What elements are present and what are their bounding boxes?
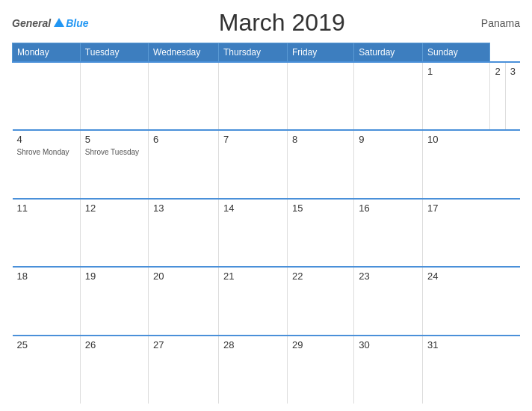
table-row: 3 <box>505 62 520 130</box>
table-row <box>287 62 353 130</box>
day-number: 17 <box>427 203 486 214</box>
table-row: 2 <box>490 62 505 130</box>
table-row: 18 <box>13 267 81 335</box>
calendar-week-row: 123 <box>13 62 521 130</box>
day-number: 7 <box>223 134 282 145</box>
day-number: 28 <box>223 339 282 350</box>
day-number: 25 <box>17 339 75 350</box>
logo-triangle-icon <box>54 18 64 27</box>
empty-day <box>149 62 219 130</box>
table-row: 15 <box>287 199 353 267</box>
table-row: 23 <box>354 267 423 335</box>
event-label: Shrove Monday <box>17 148 69 156</box>
day-number: 12 <box>85 203 143 214</box>
table-row: 20 <box>149 267 219 335</box>
table-row: 7 <box>219 130 288 198</box>
calendar-week-row: 4Shrove Monday5Shrove Tuesday678910 <box>13 130 521 198</box>
table-row: 6 <box>149 130 219 198</box>
header-sunday: Sunday <box>422 43 490 63</box>
calendar-week-row: 25262728293031 <box>13 336 521 404</box>
day-number: 24 <box>427 271 486 282</box>
table-row: 27 <box>149 336 219 404</box>
header-saturday: Saturday <box>354 43 423 63</box>
day-number: 15 <box>292 203 349 214</box>
table-row: 5Shrove Tuesday <box>80 130 148 198</box>
event-label: Shrove Tuesday <box>85 148 139 156</box>
table-row: 8 <box>287 130 353 198</box>
table-row: 17 <box>422 199 490 267</box>
day-number: 2 <box>495 66 500 77</box>
logo: General Blue <box>12 17 88 29</box>
calendar-week-row: 18192021222324 <box>13 267 521 335</box>
day-number: 19 <box>85 271 143 282</box>
table-row: 30 <box>354 336 423 404</box>
table-row <box>219 62 288 130</box>
table-row: 22 <box>287 267 353 335</box>
header-tuesday: Tuesday <box>80 43 148 63</box>
month-title: March 2019 <box>88 9 475 37</box>
day-number: 5 <box>85 134 143 145</box>
logo-blue: Blue <box>66 17 88 29</box>
table-row: 9 <box>354 130 423 198</box>
empty-day <box>80 62 148 130</box>
table-row: 1 <box>422 62 490 130</box>
logo-general: General <box>12 17 51 29</box>
table-row: 10 <box>422 130 490 198</box>
day-number: 27 <box>153 339 214 350</box>
table-row: 26 <box>80 336 148 404</box>
day-number: 3 <box>510 66 516 77</box>
table-row: 16 <box>354 199 423 267</box>
day-number: 29 <box>292 339 349 350</box>
table-row: 14 <box>219 199 288 267</box>
header-thursday: Thursday <box>219 43 288 63</box>
day-number: 20 <box>153 271 214 282</box>
table-row <box>354 62 423 130</box>
day-number: 14 <box>223 203 282 214</box>
day-number: 23 <box>359 271 418 282</box>
day-number: 8 <box>292 134 349 145</box>
country-label: Panama <box>475 17 520 29</box>
header: General Blue March 2019 Panama <box>12 9 520 37</box>
day-number: 6 <box>153 134 214 145</box>
table-row: 24 <box>422 267 490 335</box>
day-number: 16 <box>359 203 418 214</box>
day-number: 21 <box>223 271 282 282</box>
header-monday: Monday <box>13 43 81 63</box>
table-row: 11 <box>13 199 81 267</box>
table-row: 4Shrove Monday <box>13 130 81 198</box>
day-number: 31 <box>427 339 486 350</box>
table-row: 19 <box>80 267 148 335</box>
table-row: 12 <box>80 199 148 267</box>
day-number: 11 <box>17 203 75 214</box>
day-number: 18 <box>17 271 75 282</box>
day-number: 10 <box>427 134 486 145</box>
page-wrapper: General Blue March 2019 Panama Monday Tu… <box>0 0 532 411</box>
day-number: 4 <box>17 134 75 145</box>
header-friday: Friday <box>287 43 353 63</box>
calendar: Monday Tuesday Wednesday Thursday Friday… <box>12 43 520 404</box>
table-row: 21 <box>219 267 288 335</box>
table-row: 13 <box>149 199 219 267</box>
calendar-week-row: 11121314151617 <box>13 199 521 267</box>
day-number: 13 <box>153 203 214 214</box>
header-wednesday: Wednesday <box>149 43 219 63</box>
day-number: 22 <box>292 271 349 282</box>
table-row: 29 <box>287 336 353 404</box>
weekday-header-row: Monday Tuesday Wednesday Thursday Friday… <box>13 43 521 63</box>
table-row: 28 <box>219 336 288 404</box>
day-number: 26 <box>85 339 143 350</box>
day-number: 1 <box>427 66 486 77</box>
day-number: 30 <box>359 339 418 350</box>
table-row: 31 <box>422 336 490 404</box>
table-row: 25 <box>13 336 81 404</box>
day-number: 9 <box>359 134 418 145</box>
empty-day <box>13 62 81 130</box>
